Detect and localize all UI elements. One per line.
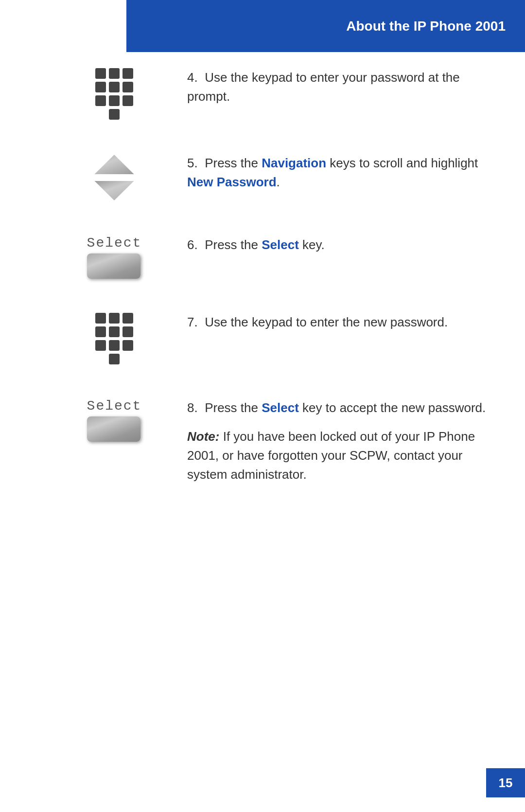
- keypad-icon-4: [95, 68, 133, 120]
- page-number: 15: [499, 776, 513, 791]
- step-7-content: Use the keypad to enter the new password…: [205, 315, 448, 329]
- keypad-dot: [95, 354, 106, 364]
- keypad-dot: [109, 95, 120, 106]
- keypad-dot: [109, 68, 120, 79]
- select-label-8: Select: [87, 398, 142, 414]
- keypad-dot: [122, 354, 133, 364]
- step-8-text: 8. Press the Select key to accept the ne…: [187, 394, 501, 484]
- select-key-icon-8: Select: [87, 398, 142, 442]
- header-bar: About the IP Phone 2001: [126, 0, 525, 52]
- step-5-row: 5. Press the Navigation keys to scroll a…: [41, 149, 501, 201]
- keypad-dot: [95, 95, 106, 106]
- select-highlight-6: Select: [262, 237, 299, 252]
- page-number-box: 15: [486, 768, 525, 797]
- step-4-text: 4. Use the keypad to enter your password…: [187, 63, 501, 106]
- navigation-highlight: Navigation: [262, 156, 326, 170]
- keypad-dot: [109, 109, 120, 120]
- note-label: Note:: [187, 429, 219, 444]
- nav-keys-icon-col: [41, 149, 187, 201]
- select-button-6: [87, 253, 140, 279]
- select-icon-col-6: Select: [41, 231, 187, 279]
- nav-keys-icon: [92, 154, 136, 201]
- step-8-row: Select 8. Press the Select key to accept…: [41, 394, 501, 484]
- step-5-text: 5. Press the Navigation keys to scroll a…: [187, 149, 501, 192]
- keypad-dot: [109, 326, 120, 337]
- keypad-dot: [122, 340, 133, 351]
- step-6-number: 6.: [187, 237, 205, 252]
- keypad-dot: [122, 326, 133, 337]
- keypad-dot: [95, 326, 106, 337]
- select-icon-col-8: Select: [41, 394, 187, 442]
- header-title: About the IP Phone 2001: [346, 18, 506, 34]
- keypad-dot: [122, 95, 133, 106]
- step-7-row: 7. Use the keypad to enter the new passw…: [41, 308, 501, 364]
- keypad-dot: [122, 82, 133, 92]
- keypad-dot: [95, 68, 106, 79]
- select-key-icon-6: Select: [87, 235, 142, 279]
- new-password-highlight: New Password: [187, 175, 277, 189]
- keypad-dot: [95, 109, 106, 120]
- keypad-icon-col-4: [41, 63, 187, 120]
- step-5-content: Press the Navigation keys to scroll and …: [187, 156, 478, 189]
- select-label-6: Select: [87, 235, 142, 251]
- keypad-dot: [109, 354, 120, 364]
- keypad-dot: [95, 82, 106, 92]
- nav-down-icon: [92, 181, 136, 201]
- step-7-text: 7. Use the keypad to enter the new passw…: [187, 308, 501, 332]
- step-6-row: Select 6. Press the Select key.: [41, 231, 501, 279]
- keypad-dot: [122, 313, 133, 324]
- keypad-icon-col-7: [41, 308, 187, 364]
- step-7-number: 7.: [187, 315, 205, 329]
- keypad-dot: [95, 340, 106, 351]
- keypad-dot: [109, 82, 120, 92]
- step-5-number: 5.: [187, 156, 205, 170]
- keypad-dot: [109, 313, 120, 324]
- step-4-number: 4.: [187, 70, 205, 85]
- step-6-text: 6. Press the Select key.: [187, 231, 501, 254]
- nav-up-icon: [92, 154, 136, 174]
- note-content: If you have been locked out of your IP P…: [187, 429, 475, 482]
- step-6-content: Press the Select key.: [205, 237, 325, 252]
- select-button-8: [87, 416, 140, 442]
- main-content: 4. Use the keypad to enter your password…: [41, 63, 501, 513]
- step-8-note: Note: If you have been locked out of you…: [187, 427, 501, 484]
- keypad-dot: [122, 109, 133, 120]
- select-highlight-8: Select: [262, 400, 299, 415]
- step-4-content: Use the keypad to enter your password at…: [187, 70, 460, 104]
- step-8-content: Press the Select key to accept the new p…: [205, 400, 486, 415]
- keypad-icon-7: [95, 313, 133, 364]
- keypad-dot: [109, 340, 120, 351]
- keypad-dot: [122, 68, 133, 79]
- step-4-row: 4. Use the keypad to enter your password…: [41, 63, 501, 120]
- step-8-number: 8.: [187, 400, 205, 415]
- keypad-dot: [95, 313, 106, 324]
